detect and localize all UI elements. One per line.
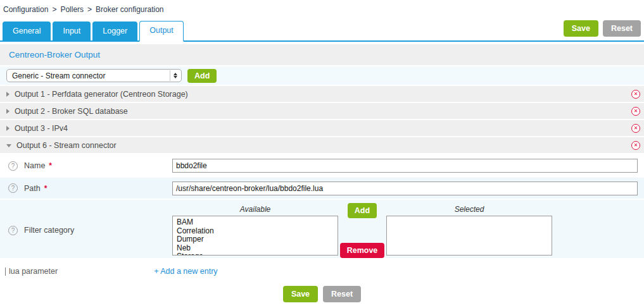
filter-add-button[interactable]: Add: [348, 203, 377, 218]
output-row-6[interactable]: Output 6 - Stream connector ✕: [0, 137, 644, 154]
save-button-bottom[interactable]: Save: [283, 286, 318, 302]
available-option[interactable]: Correlation: [177, 227, 338, 236]
available-option[interactable]: Neb: [177, 244, 338, 253]
tab-input[interactable]: Input: [53, 22, 91, 40]
lua-parameter-row: lua parameter + Add a new entry: [0, 267, 644, 276]
available-option[interactable]: Dumper: [177, 235, 338, 244]
help-icon[interactable]: ?: [8, 183, 18, 193]
expanded-triangle-icon: [6, 144, 11, 147]
output-row-1[interactable]: Output 1 - Perfdata generator (Centreon …: [0, 86, 644, 103]
broker-output-page: Configuration>Pollers>Broker configurati…: [0, 0, 644, 308]
output-type-select[interactable]: Generic - Stream connector: [6, 69, 182, 82]
available-option[interactable]: Storage: [177, 252, 338, 256]
delete-output-icon[interactable]: ✕: [631, 141, 640, 150]
collapsed-triangle-icon: [6, 92, 9, 97]
selected-caption: Selected: [386, 202, 552, 216]
add-output-band: Generic - Stream connector Add: [0, 66, 644, 86]
name-label: Name: [24, 161, 45, 170]
delete-output-icon[interactable]: ✕: [631, 90, 640, 99]
reset-button-bottom[interactable]: Reset: [323, 286, 361, 302]
vertical-bar-icon: [5, 268, 6, 276]
collapsed-triangle-icon: [6, 109, 9, 114]
tab-bar: General Input Logger Output Save Reset: [0, 18, 644, 42]
tab-general[interactable]: General: [3, 22, 51, 40]
available-listbox[interactable]: BAM Correlation Dumper Neb Storage: [172, 216, 338, 256]
lua-parameter-label: lua parameter: [9, 267, 58, 276]
path-label: Path: [24, 184, 41, 193]
available-caption: Available: [172, 202, 338, 216]
output-row-label: Output 2 - Broker SQL database: [15, 107, 631, 116]
reset-button-top[interactable]: Reset: [603, 20, 641, 37]
output-row-3[interactable]: Output 3 - IPv4 ✕: [0, 120, 644, 137]
add-new-entry-link[interactable]: + Add a new entry: [154, 267, 217, 276]
name-input[interactable]: [172, 159, 638, 173]
filter-remove-button[interactable]: Remove: [340, 243, 385, 258]
collapsed-triangle-icon: [6, 126, 9, 131]
available-option[interactable]: BAM: [177, 218, 338, 227]
filter-dual-list: Available BAM Correlation Dumper Neb Sto…: [172, 202, 552, 258]
filter-category-label: Filter category: [24, 226, 74, 235]
help-icon[interactable]: ?: [8, 226, 18, 235]
name-row: ? Name *: [0, 154, 644, 178]
panel-header: Centreon-Broker Output: [0, 44, 644, 66]
filter-category-row: ? Filter category Available BAM Correlat…: [0, 200, 644, 258]
output-row-label: Output 6 - Stream connector: [16, 141, 631, 150]
required-asterisk: *: [44, 184, 47, 193]
breadcrumb-configuration[interactable]: Configuration: [3, 5, 48, 14]
path-row: ? Path *: [0, 178, 644, 200]
output-row-label: Output 1 - Perfdata generator (Centreon …: [15, 90, 631, 99]
add-output-button[interactable]: Add: [187, 69, 217, 83]
breadcrumb-broker-configuration[interactable]: Broker configuration: [96, 5, 163, 14]
output-row-label: Output 3 - IPv4: [15, 124, 631, 133]
footer-actions: Save Reset: [0, 286, 644, 302]
breadcrumb: Configuration>Pollers>Broker configurati…: [0, 0, 644, 18]
delete-output-icon[interactable]: ✕: [631, 107, 640, 116]
page-title: Centreon-Broker Output: [9, 50, 100, 59]
breadcrumb-separator: >: [52, 5, 56, 14]
breadcrumb-pollers[interactable]: Pollers: [60, 5, 84, 14]
select-stepper-icon: [170, 70, 177, 81]
tab-output[interactable]: Output: [139, 21, 184, 42]
help-icon[interactable]: ?: [8, 161, 18, 171]
required-asterisk: *: [49, 161, 52, 170]
delete-output-icon[interactable]: ✕: [631, 124, 640, 133]
tab-logger[interactable]: Logger: [92, 22, 137, 40]
output-row-2[interactable]: Output 2 - Broker SQL database ✕: [0, 103, 644, 120]
output-type-select-value: Generic - Stream connector: [12, 71, 167, 80]
selected-listbox[interactable]: [386, 216, 552, 256]
breadcrumb-separator: >: [87, 5, 92, 14]
save-button-top[interactable]: Save: [564, 20, 598, 37]
path-input[interactable]: [172, 182, 638, 195]
